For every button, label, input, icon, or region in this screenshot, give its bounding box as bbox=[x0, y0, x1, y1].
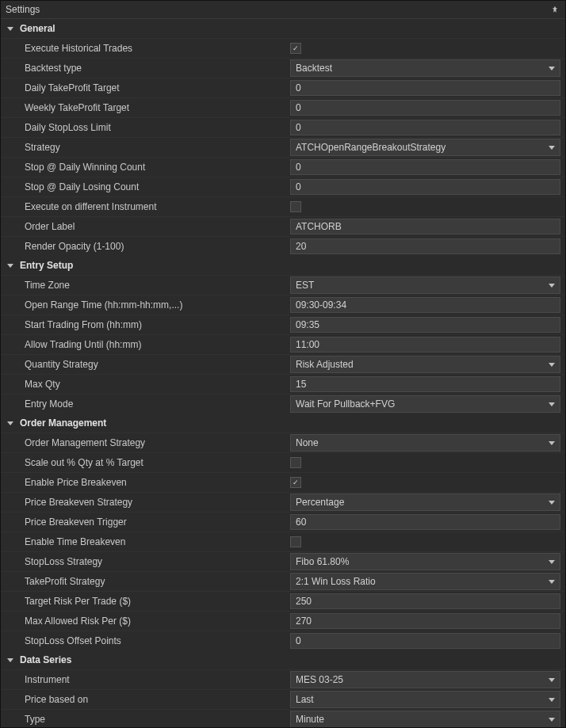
chevron-down-icon bbox=[549, 678, 555, 682]
label: Stop @ Daily Winning Count bbox=[25, 162, 290, 173]
price-breakeven-strategy-select[interactable]: Percentage bbox=[290, 494, 560, 511]
row-stop-daily-losing-count: Stop @ Daily Losing Count bbox=[1, 177, 565, 196]
label: Order Management Strategy bbox=[25, 437, 290, 448]
entry-mode-select[interactable]: Wait For Pullback+FVG bbox=[290, 395, 560, 413]
start-trading-from-input[interactable] bbox=[290, 317, 560, 333]
label: Target Risk Per Trade ($) bbox=[25, 596, 290, 607]
label: Time Zone bbox=[25, 280, 290, 291]
label: Daily StopLoss Limit bbox=[25, 122, 290, 133]
chevron-down-icon bbox=[549, 146, 555, 150]
chevron-down-icon bbox=[549, 363, 555, 367]
order-label-input[interactable] bbox=[290, 219, 560, 234]
row-strategy: Strategy ATCHOpenRangeBreakoutStrategy bbox=[1, 137, 565, 157]
row-render-opacity: Render Opacity (1-100) bbox=[1, 236, 565, 256]
row-target-risk-per-trade: Target Risk Per Trade ($) bbox=[1, 591, 565, 611]
instrument-select[interactable]: MES 03-25 bbox=[290, 671, 560, 688]
panel-title: Settings bbox=[6, 4, 40, 15]
row-type: Type Minute bbox=[1, 709, 565, 728]
row-execute-historical-trades: Execute Historical Trades bbox=[1, 38, 565, 58]
label: Max Allowed Risk Per ($) bbox=[25, 616, 290, 627]
row-takeprofit-strategy: TakeProfit Strategy 2:1 Win Loss Ratio bbox=[1, 571, 565, 591]
daily-takeprofit-target-input[interactable] bbox=[290, 80, 560, 96]
row-start-trading-from: Start Trading From (hh:mm) bbox=[1, 314, 565, 334]
chevron-down-icon bbox=[549, 284, 555, 288]
allow-trading-until-input[interactable] bbox=[290, 337, 560, 353]
order-management-strategy-select[interactable]: None bbox=[290, 434, 560, 452]
stop-daily-winning-count-input[interactable] bbox=[290, 159, 560, 175]
row-entry-mode: Entry Mode Wait For Pullback+FVG bbox=[1, 394, 565, 414]
open-range-time-input[interactable] bbox=[290, 297, 560, 313]
label: Scale out % Qty at % Target bbox=[25, 457, 290, 468]
label: Open Range Time (hh:mm-hh:mm,...) bbox=[25, 299, 290, 311]
label: Instrument bbox=[25, 674, 290, 685]
label: StopLoss Offset Points bbox=[25, 635, 290, 646]
type-select[interactable]: Minute bbox=[290, 711, 560, 728]
label: Price Breakeven Strategy bbox=[25, 497, 290, 508]
stop-daily-losing-count-input[interactable] bbox=[290, 179, 560, 195]
label: Entry Mode bbox=[25, 398, 290, 410]
stoploss-strategy-select[interactable]: Fibo 61.80% bbox=[290, 553, 560, 570]
label: Max Qty bbox=[25, 379, 290, 390]
enable-price-breakeven-checkbox[interactable] bbox=[290, 477, 301, 488]
row-order-label: Order Label bbox=[1, 216, 565, 236]
chevron-down-icon bbox=[7, 658, 13, 662]
section-general-title: General bbox=[20, 23, 55, 34]
price-breakeven-trigger-input[interactable] bbox=[290, 514, 560, 530]
row-stop-daily-winning-count: Stop @ Daily Winning Count bbox=[1, 157, 565, 177]
row-weekly-takeprofit-target: Weekly TakeProfit Target bbox=[1, 97, 565, 117]
max-allowed-risk-input[interactable] bbox=[290, 613, 560, 629]
render-opacity-input[interactable] bbox=[290, 238, 560, 254]
chevron-down-icon bbox=[7, 421, 13, 425]
row-open-range-time: Open Range Time (hh:mm-hh:mm,...) bbox=[1, 295, 565, 314]
label: Render Opacity (1-100) bbox=[25, 241, 290, 252]
label: Enable Price Breakeven bbox=[25, 477, 290, 488]
row-scale-out: Scale out % Qty at % Target bbox=[1, 452, 565, 472]
label: Stop @ Daily Losing Count bbox=[25, 181, 290, 192]
chevron-down-icon bbox=[549, 580, 555, 584]
chevron-down-icon bbox=[549, 718, 555, 722]
row-enable-price-breakeven: Enable Price Breakeven bbox=[1, 472, 565, 492]
backtest-type-select[interactable]: Backtest bbox=[290, 59, 560, 77]
label: Allow Trading Until (hh:mm) bbox=[25, 339, 290, 350]
label: Price Breakeven Trigger bbox=[25, 516, 290, 528]
takeprofit-strategy-select[interactable]: 2:1 Win Loss Ratio bbox=[290, 573, 560, 590]
row-price-breakeven-trigger: Price Breakeven Trigger bbox=[1, 512, 565, 532]
chevron-down-icon bbox=[7, 264, 13, 268]
label: Type bbox=[25, 714, 290, 725]
row-daily-takeprofit-target: Daily TakeProfit Target bbox=[1, 78, 565, 97]
stoploss-offset-points-input[interactable] bbox=[290, 633, 560, 649]
section-data-series-title: Data Series bbox=[20, 654, 71, 665]
chevron-down-icon bbox=[549, 698, 555, 702]
row-stoploss-offset-points: StopLoss Offset Points bbox=[1, 631, 565, 650]
label: Price based on bbox=[25, 694, 290, 705]
execute-different-instrument-checkbox[interactable] bbox=[290, 201, 301, 212]
section-order-management-header[interactable]: Order Management bbox=[1, 414, 565, 433]
label: Quantity Strategy bbox=[25, 359, 290, 370]
section-entry-setup-header[interactable]: Entry Setup bbox=[1, 256, 565, 275]
price-based-on-select[interactable]: Last bbox=[290, 691, 560, 708]
target-risk-per-trade-input[interactable] bbox=[290, 593, 560, 609]
section-general-header[interactable]: General bbox=[1, 19, 565, 38]
chevron-down-icon bbox=[549, 560, 555, 564]
execute-historical-trades-checkbox[interactable] bbox=[290, 43, 301, 54]
label: StopLoss Strategy bbox=[25, 556, 290, 567]
daily-stoploss-limit-input[interactable] bbox=[290, 120, 560, 135]
scale-out-checkbox[interactable] bbox=[290, 457, 301, 468]
section-order-management-title: Order Management bbox=[20, 417, 106, 429]
pin-icon[interactable] bbox=[549, 4, 560, 15]
enable-time-breakeven-checkbox[interactable] bbox=[290, 536, 301, 547]
section-entry-setup-title: Entry Setup bbox=[20, 260, 73, 271]
row-price-breakeven-strategy: Price Breakeven Strategy Percentage bbox=[1, 492, 565, 512]
strategy-select[interactable]: ATCHOpenRangeBreakoutStrategy bbox=[290, 139, 560, 156]
row-quantity-strategy: Quantity Strategy Risk Adjusted bbox=[1, 354, 565, 374]
max-qty-input[interactable] bbox=[290, 376, 560, 392]
section-data-series-header[interactable]: Data Series bbox=[1, 650, 565, 669]
label: Enable Time Breakeven bbox=[25, 536, 290, 547]
row-order-management-strategy: Order Management Strategy None bbox=[1, 433, 565, 452]
label: Execute Historical Trades bbox=[25, 43, 290, 54]
time-zone-select[interactable]: EST bbox=[290, 276, 560, 294]
row-backtest-type: Backtest type Backtest bbox=[1, 58, 565, 78]
quantity-strategy-select[interactable]: Risk Adjusted bbox=[290, 356, 560, 373]
row-allow-trading-until: Allow Trading Until (hh:mm) bbox=[1, 334, 565, 354]
weekly-takeprofit-target-input[interactable] bbox=[290, 100, 560, 116]
